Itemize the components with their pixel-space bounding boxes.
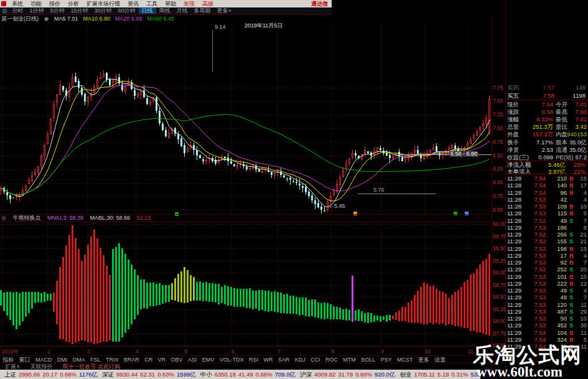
indicator-bar	[457, 290, 459, 326]
indicator-name[interactable]: 牛熊转换点	[12, 215, 40, 221]
indicator-bar	[215, 284, 217, 302]
indicator-bar	[355, 311, 357, 321]
menu-item-系统[interactable]: 系统	[8, 1, 27, 7]
tick-row: 11:297.52252S20	[506, 266, 588, 273]
indicator-bar	[411, 301, 413, 323]
price-tag-label: 6.56 - 6.60	[449, 151, 478, 157]
tick-count: 7	[574, 259, 587, 266]
menu-items: 系统功能报价分析扩展市场行情资讯工具帮助发现高级	[8, 0, 217, 7]
tick-price: 7.53	[526, 210, 546, 217]
indicator-bar	[246, 289, 248, 308]
tick-price: 7.53	[526, 259, 546, 266]
tick-count: 11	[574, 301, 587, 308]
tick-side-flag: S	[569, 322, 573, 329]
menu-item-工具[interactable]: 工具	[142, 1, 161, 7]
index-value: 2995.66	[19, 371, 40, 378]
tick-row: 11:287.5496B4	[506, 189, 588, 196]
index-segment-中小[interactable]: 中小6350.1841.490.66%709.0亿	[200, 370, 296, 379]
period-tab-多周期[interactable]: 多周期	[191, 7, 214, 14]
tick-volume: 92	[547, 259, 567, 266]
tick-row: 11:297.531868	[506, 224, 588, 231]
menu-item-发现[interactable]: 发现	[180, 1, 198, 7]
menu-item-报价[interactable]: 报价	[45, 1, 64, 7]
period-bar: ▥ 分时1分钟5分钟15分钟30分钟60分钟日线周线月线多周期更多>	[0, 7, 332, 15]
ma-line-10	[1, 82, 490, 201]
indicator-bar	[445, 294, 447, 325]
index-percent: 0.68%	[60, 371, 77, 378]
indicator-bar	[149, 283, 151, 306]
index-segment-深证[interactable]: 深证9930.4462.310.63%1599亿	[102, 370, 196, 379]
stat-label: 涨幅	[507, 116, 519, 123]
high-price-label: 9.14	[215, 24, 226, 30]
divider	[0, 222, 492, 222]
period-tab-周线[interactable]: 周线	[156, 7, 174, 14]
menu-item-帮助[interactable]: 帮助	[161, 1, 180, 7]
tick-count: 15	[574, 245, 587, 252]
tick-side-flag: B	[569, 189, 574, 196]
grid-line	[0, 273, 492, 273]
indicator-bar	[314, 299, 316, 317]
period-tab-30分钟[interactable]: 30分钟	[91, 7, 115, 14]
tick-time: 11:29	[507, 329, 521, 336]
indicator-bar	[84, 255, 86, 342]
indicator-bar	[398, 311, 400, 321]
tick-volume: 115	[547, 210, 567, 217]
indicator-bar	[299, 297, 301, 316]
indicator-bar	[230, 287, 232, 306]
index-segment-上证[interactable]: 上证2995.6620.170.68%1176亿	[4, 370, 98, 379]
indicator-bar	[395, 312, 397, 320]
indicator-bar	[373, 316, 375, 322]
indicator-bar	[115, 247, 117, 342]
indicator-bar	[156, 284, 157, 306]
menu-item-扩展市场行情[interactable]: 扩展市场行情	[83, 1, 124, 7]
indicator-bar	[143, 279, 145, 308]
quote-stat-row: 收益(三)0.099PE(动)57.2	[506, 154, 588, 161]
indicator-bar	[171, 283, 173, 300]
indicator-bar	[436, 289, 437, 324]
menu-item-资讯[interactable]: 资讯	[124, 1, 142, 7]
tick-time: 11:28	[507, 182, 521, 189]
indicator-axis-label: 57.75	[493, 331, 505, 337]
indicator-bar	[22, 292, 24, 321]
quote-level-row[interactable]: 买四7.57148	[506, 84, 588, 91]
indicator-toggle-icon[interactable]: ◎	[1, 215, 6, 221]
period-tab-更多>[interactable]: 更多>	[214, 7, 235, 14]
tick-count: 20	[574, 266, 587, 273]
ma-label-3: MA60 6.45	[147, 16, 174, 22]
period-tab-5分钟[interactable]: 5分钟	[47, 7, 68, 14]
tick-count: 21	[574, 231, 587, 238]
indicator-bar	[121, 248, 123, 337]
time-axis-label: 2	[47, 349, 50, 355]
menu-item-高级[interactable]: 高级	[198, 1, 217, 7]
period-tab-1分钟[interactable]: 1分钟	[27, 7, 47, 14]
indicator-bar	[401, 307, 403, 321]
index-value: 6350.18	[215, 371, 236, 378]
menu-item-功能[interactable]: 功能	[27, 1, 45, 7]
indicator-bar	[420, 287, 422, 323]
stat-value: 57.2	[566, 154, 587, 161]
period-tab-月线[interactable]: 月线	[174, 7, 191, 14]
period-tab-15分钟[interactable]: 15分钟	[68, 7, 91, 14]
period-tab-日线[interactable]: 日线	[139, 7, 156, 14]
stat-label: 净资	[507, 146, 519, 154]
layout-icon[interactable]: ▥	[0, 7, 9, 14]
tick-count: 10	[574, 273, 587, 280]
menu-item-分析[interactable]: 分析	[64, 1, 83, 7]
compare-icon[interactable]: ◉	[44, 16, 49, 22]
flow-value: 5.46亿	[538, 162, 566, 168]
indicator-bar	[392, 316, 394, 320]
tick-count: 21	[574, 238, 587, 245]
symbol-label[interactable]: 第一创业(日线)	[1, 16, 39, 22]
tick-side-flag: B	[569, 273, 574, 280]
indicator-panel[interactable]	[0, 223, 492, 346]
index-segment-沪深[interactable]: 沪深4009.8231.790.80%920.0亿	[300, 370, 395, 379]
tick-volume: 140	[547, 182, 567, 189]
quote-level-row[interactable]: 买五7.581198	[506, 92, 588, 100]
indicator-bar	[454, 292, 456, 326]
indicator-bar	[47, 294, 49, 301]
period-tab-分时[interactable]: 分时	[9, 7, 27, 14]
period-tab-60分钟[interactable]: 60分钟	[115, 7, 139, 14]
candlestick-chart[interactable]: 9.14←5.465.766.56 - 6.60	[0, 22, 492, 214]
watermark-url: www.60lt.com	[477, 364, 562, 379]
tick-volume: 49	[547, 287, 567, 294]
